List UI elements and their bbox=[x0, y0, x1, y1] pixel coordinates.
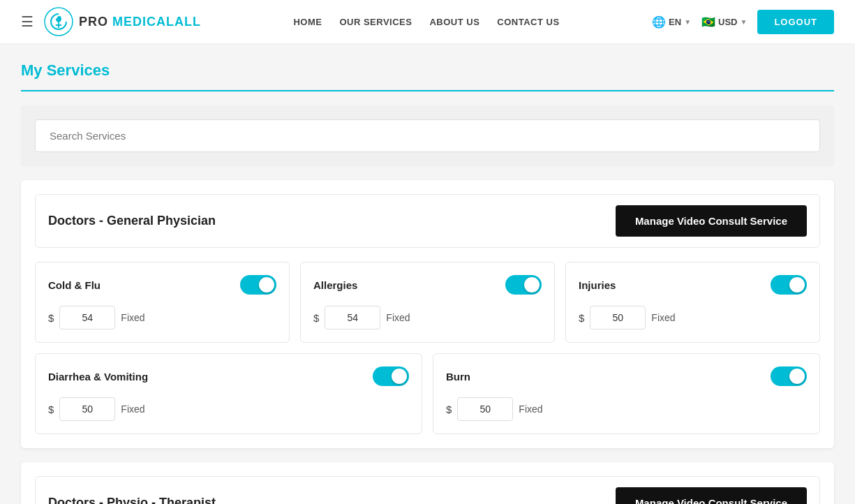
service-item-cold-flu: Cold & Flu $ Fixed bbox=[35, 262, 290, 343]
allergies-header: Allergies bbox=[313, 275, 542, 295]
cold-flu-slider bbox=[240, 275, 276, 295]
allergies-dollar: $ bbox=[313, 312, 319, 324]
service-section-2: Doctors - Physio - Therapist Manage Vide… bbox=[21, 462, 834, 504]
burn-slider bbox=[771, 366, 807, 386]
globe-icon: 🌐 bbox=[652, 15, 666, 29]
allergies-name: Allergies bbox=[313, 279, 357, 291]
section-1-row-1: Cold & Flu $ Fixed Allergies bbox=[35, 262, 820, 343]
section-1-row-2: Diarrhea & Vomiting $ Fixed Burn bbox=[35, 353, 820, 434]
diarrhea-price-input[interactable] bbox=[59, 397, 115, 421]
flag-icon: 🇧🇷 bbox=[701, 15, 715, 29]
service-item-burn: Burn $ Fixed bbox=[433, 353, 820, 434]
cold-flu-price-input[interactable] bbox=[59, 306, 115, 329]
service-item-diarrhea: Diarrhea & Vomiting $ Fixed bbox=[35, 353, 422, 434]
nav-home[interactable]: HOME bbox=[293, 17, 322, 27]
diarrhea-toggle[interactable] bbox=[373, 366, 409, 386]
section-2-title: Doctors - Physio - Therapist bbox=[48, 496, 216, 504]
hamburger-menu[interactable]: ☰ bbox=[21, 13, 34, 30]
burn-name: Burn bbox=[446, 371, 470, 383]
main-header: ☰ PRO MEDICALALL HOME OUR SERVICES ABOUT… bbox=[0, 0, 855, 44]
burn-price-row: $ Fixed bbox=[446, 397, 807, 421]
diarrhea-price-type: Fixed bbox=[121, 403, 144, 415]
injuries-slider bbox=[771, 275, 807, 295]
burn-price-input[interactable] bbox=[457, 397, 513, 421]
diarrhea-dollar: $ bbox=[48, 403, 54, 415]
injuries-toggle[interactable] bbox=[771, 275, 807, 295]
nav-contact-us[interactable]: CONTACT US bbox=[497, 17, 559, 27]
logo: PRO MEDICALALL bbox=[44, 7, 201, 36]
logout-button[interactable]: LOGOUT bbox=[757, 10, 834, 34]
cold-flu-dollar: $ bbox=[48, 312, 54, 324]
allergies-price-input[interactable] bbox=[325, 306, 380, 329]
nav-our-services[interactable]: OUR SERVICES bbox=[339, 17, 412, 27]
nav-about-us[interactable]: ABOUT US bbox=[429, 17, 479, 27]
header-right: 🌐 EN ▼ 🇧🇷 USD ▼ LOGOUT bbox=[652, 10, 834, 34]
manage-video-consult-btn-2[interactable]: Manage Video Consult Service bbox=[616, 487, 807, 504]
allergies-price-type: Fixed bbox=[386, 312, 410, 323]
burn-header: Burn bbox=[446, 366, 807, 386]
section-2-header: Doctors - Physio - Therapist Manage Vide… bbox=[35, 476, 820, 504]
diarrhea-name: Diarrhea & Vomiting bbox=[48, 371, 148, 383]
injuries-price-row: $ Fixed bbox=[579, 306, 807, 329]
injuries-price-type: Fixed bbox=[651, 312, 675, 323]
injuries-dollar: $ bbox=[579, 312, 584, 324]
diarrhea-header: Diarrhea & Vomiting bbox=[48, 366, 409, 386]
currency-chevron-icon: ▼ bbox=[740, 18, 747, 26]
search-container bbox=[21, 105, 834, 166]
section-1-title: Doctors - General Physician bbox=[48, 214, 216, 228]
logo-icon bbox=[44, 7, 73, 36]
allergies-slider bbox=[505, 275, 542, 295]
service-item-allergies: Allergies $ Fixed bbox=[300, 262, 555, 343]
diarrhea-price-row: $ Fixed bbox=[48, 397, 409, 421]
burn-price-type: Fixed bbox=[519, 403, 542, 415]
diarrhea-slider bbox=[373, 366, 409, 386]
page-title: My Services bbox=[21, 61, 834, 80]
search-input[interactable] bbox=[35, 119, 820, 152]
service-item-injuries: Injuries $ Fixed bbox=[565, 262, 820, 343]
lang-label: EN bbox=[669, 17, 681, 27]
cold-flu-toggle[interactable] bbox=[240, 275, 276, 295]
cold-flu-name: Cold & Flu bbox=[48, 279, 101, 291]
cold-flu-price-type: Fixed bbox=[121, 312, 144, 323]
header-left: ☰ PRO MEDICALALL bbox=[21, 7, 201, 36]
service-section-1: Doctors - General Physician Manage Video… bbox=[21, 180, 834, 448]
main-nav: HOME OUR SERVICES ABOUT US CONTACT US bbox=[293, 17, 559, 27]
cold-flu-price-row: $ Fixed bbox=[48, 306, 276, 329]
title-divider bbox=[21, 90, 834, 91]
burn-toggle[interactable] bbox=[771, 366, 807, 386]
currency-selector[interactable]: 🇧🇷 USD ▼ bbox=[701, 15, 747, 29]
page-content: My Services Doctors - General Physician … bbox=[0, 44, 855, 504]
burn-dollar: $ bbox=[446, 403, 452, 415]
logo-text: PRO MEDICALALL bbox=[79, 15, 201, 29]
cold-flu-header: Cold & Flu bbox=[48, 275, 276, 295]
injuries-header: Injuries bbox=[579, 275, 807, 295]
allergies-toggle[interactable] bbox=[505, 275, 542, 295]
currency-label: USD bbox=[718, 17, 737, 27]
language-selector[interactable]: 🌐 EN ▼ bbox=[652, 15, 691, 29]
lang-chevron-icon: ▼ bbox=[684, 18, 691, 26]
allergies-price-row: $ Fixed bbox=[313, 306, 542, 329]
injuries-price-input[interactable] bbox=[590, 306, 646, 329]
injuries-name: Injuries bbox=[579, 279, 616, 291]
manage-video-consult-btn-1[interactable]: Manage Video Consult Service bbox=[616, 205, 807, 237]
section-1-header: Doctors - General Physician Manage Video… bbox=[35, 194, 820, 248]
